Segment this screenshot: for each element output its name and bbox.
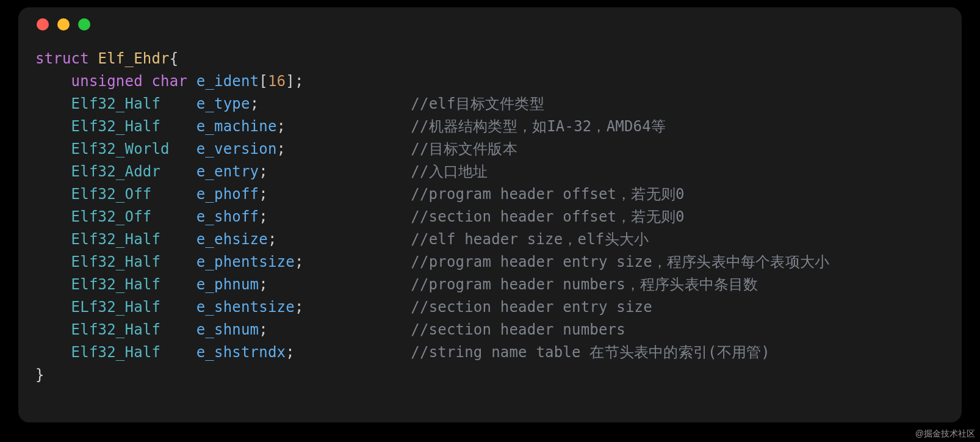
- code-card: struct Elf_Ehdr{ unsigned char e_ident[1…: [18, 7, 962, 422]
- zoom-icon: [78, 18, 90, 31]
- window-traffic-lights: [18, 18, 962, 48]
- watermark: @掘金技术社区: [915, 429, 975, 440]
- code-block: struct Elf_Ehdr{ unsigned char e_ident[1…: [18, 48, 962, 386]
- minimize-icon: [57, 18, 70, 31]
- close-icon: [37, 18, 49, 31]
